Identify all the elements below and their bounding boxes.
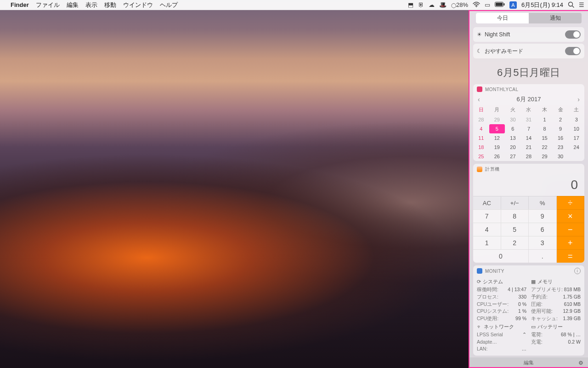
calc-2[interactable]: 2 (501, 236, 529, 249)
monity-widget-title: MONITY (485, 269, 504, 274)
cloud-icon[interactable]: ☁ (429, 2, 435, 8)
hat-icon[interactable]: 🎩 (439, 2, 447, 8)
nc-edit-button[interactable]: 編集 (524, 359, 534, 366)
calendar-widget-icon (477, 86, 482, 92)
calc-8[interactable]: 8 (501, 209, 529, 223)
calendar-day[interactable]: 12 (489, 133, 505, 143)
battery-small-icon: ▭ (531, 324, 536, 330)
calendar-day[interactable]: 30 (505, 115, 521, 124)
calendar-day[interactable]: 23 (553, 143, 569, 152)
calc-9[interactable]: 9 (529, 209, 557, 223)
calc-7[interactable]: 7 (473, 209, 501, 223)
menu-help[interactable]: ヘルプ (160, 1, 178, 9)
input-method-badge[interactable]: A (509, 1, 517, 9)
calendar-day[interactable]: 28 (521, 152, 537, 161)
menu-view[interactable]: 表示 (85, 1, 97, 9)
calc-1[interactable]: 1 (473, 236, 501, 249)
calendar-day[interactable]: 27 (505, 152, 521, 161)
calendar-prev[interactable]: ‹ (478, 96, 480, 103)
calendar-day[interactable]: 11 (473, 133, 489, 143)
svg-rect-2 (503, 3, 504, 6)
calc-4[interactable]: 4 (473, 223, 501, 236)
calendar-day[interactable]: 8 (537, 124, 553, 133)
calendar-day[interactable]: 6 (505, 124, 521, 133)
calendar-day[interactable]: 26 (489, 152, 505, 161)
calendar-day[interactable]: 18 (473, 143, 489, 152)
notification-center-icon[interactable]: ☰ (579, 2, 584, 8)
menu-file[interactable]: ファイル (36, 1, 60, 9)
calendar-day[interactable]: 25 (473, 152, 489, 161)
calc-func-2[interactable]: % (529, 196, 557, 209)
monity-row: CPU使用:99 % (477, 315, 526, 322)
calc-dot[interactable]: . (529, 249, 557, 263)
calc-5[interactable]: 5 (501, 223, 529, 236)
calendar-day[interactable]: 4 (473, 124, 489, 133)
calc-op-plus[interactable]: + (557, 236, 585, 249)
calendar-day[interactable]: 14 (521, 133, 537, 143)
calc-3[interactable]: 3 (529, 236, 557, 249)
dropbox-icon[interactable]: ⬒ (408, 2, 413, 8)
gear-icon[interactable]: ⚙ (578, 360, 583, 366)
calc-op-divide[interactable]: ÷ (557, 196, 585, 209)
calc-func-1[interactable]: +/− (501, 196, 529, 209)
calc-0[interactable]: 0 (473, 249, 529, 263)
calendar-day[interactable]: 28 (473, 115, 489, 124)
calendar-day[interactable]: 3 (568, 115, 584, 124)
menu-edit[interactable]: 編集 (67, 1, 79, 9)
calendar-day[interactable]: 1 (537, 115, 553, 124)
calc-op-equals[interactable]: = (557, 249, 585, 263)
tab-today[interactable]: 今日 (476, 13, 529, 23)
calendar-day[interactable]: 10 (568, 124, 584, 133)
night-shift-label: Night Shift (485, 31, 510, 38)
calendar-day[interactable]: 17 (568, 133, 584, 143)
app-menu[interactable]: Finder (11, 1, 29, 8)
monity-row: 予約済:1.75 GB (531, 293, 581, 301)
calendar-day[interactable]: 22 (537, 143, 553, 152)
calendar-day[interactable]: 5 (489, 124, 505, 133)
menu-window[interactable]: ウインドウ (123, 1, 153, 9)
today-date-heading: 6月5日月曜日 (472, 66, 585, 80)
calendar-day[interactable]: 2 (553, 115, 569, 124)
calendar-day[interactable]: 16 (553, 133, 569, 143)
calendar-day[interactable]: 7 (521, 124, 537, 133)
monity-network-heading: ᯤネットワーク (477, 323, 526, 330)
monity-memory-heading: ▦メモリ (531, 278, 581, 285)
calendar-day[interactable]: 29 (537, 152, 553, 161)
menubar: Finder ファイル 編集 表示 移動 ウインドウ ヘルプ ⬒ ⛨ ☁ 🎩 ◯… (0, 0, 588, 10)
calendar-day[interactable]: 19 (489, 143, 505, 152)
calendar-dow: 水 (521, 105, 537, 115)
calendar-day[interactable]: 31 (521, 115, 537, 124)
monity-system-heading: ⟳システム (477, 278, 526, 285)
battery-percent[interactable]: ◯28% (451, 2, 468, 8)
tab-notifications[interactable]: 通知 (529, 13, 582, 23)
calendar-day[interactable]: 20 (505, 143, 521, 152)
dnd-toggle[interactable] (565, 47, 581, 55)
calc-func-0[interactable]: AC (473, 196, 501, 209)
calendar-grid: 日月火水木金土282930311234567891011121314151617… (473, 105, 584, 161)
calculator-keypad: AC+/−%÷789×456−123+0.= (473, 196, 584, 263)
monity-widget-icon (477, 268, 482, 274)
calendar-day[interactable]: 15 (537, 133, 553, 143)
wifi-icon[interactable] (473, 2, 480, 8)
shield-icon[interactable]: ⛨ (418, 2, 424, 8)
calendar-day[interactable]: 21 (521, 143, 537, 152)
calendar-day[interactable]: 24 (568, 143, 584, 152)
spotlight-icon[interactable] (568, 1, 574, 9)
calendar-day[interactable]: 9 (553, 124, 569, 133)
calculator-display: 0 (473, 175, 584, 196)
calc-op-multiply[interactable]: × (557, 209, 585, 223)
airplay-icon[interactable]: ▭ (485, 2, 490, 8)
menubar-datetime[interactable]: 6月5日(月) 9:14 (521, 1, 563, 9)
calendar-next[interactable]: › (577, 96, 580, 103)
monity-row: キャッシュ:1.39 GB (531, 315, 581, 322)
calendar-day[interactable]: 30 (553, 152, 569, 161)
calendar-day[interactable]: 13 (505, 133, 521, 143)
calc-op-minus[interactable]: − (557, 223, 585, 236)
calc-6[interactable]: 6 (529, 223, 557, 236)
battery-icon[interactable] (495, 2, 505, 8)
night-shift-toggle[interactable] (565, 30, 581, 39)
menu-go[interactable]: 移動 (104, 1, 116, 9)
calendar-day[interactable]: 29 (489, 115, 505, 124)
info-icon[interactable]: i (574, 268, 581, 274)
monity-row: LAN:… (477, 345, 526, 353)
